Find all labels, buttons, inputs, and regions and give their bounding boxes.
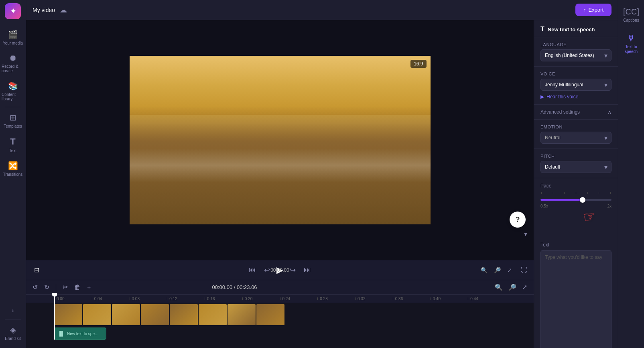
language-section: Language English (United States) [534,37,618,67]
emotion-section: Emotion Neutral [534,120,618,149]
pace-label: Pace [540,183,611,189]
fit-button[interactable]: ⤢ [506,265,514,275]
chevron-right-icon: › [12,307,14,314]
emotion-select[interactable]: Neutral [540,132,611,144]
track-thumbnail-7 [228,304,256,325]
pace-tick [576,192,576,194]
ruler-mark: 0:24 [280,297,318,301]
video-controls: ⊟ ⏮ ↩ ▶ ↪ ⏭ 00:00.00 🔍 🔎 ⤢ ⛶ [26,260,534,280]
sidebar-item-templates[interactable]: ⊞ Templates [0,109,26,132]
sidebar-item-record[interactable]: ⏺ Record & create [0,49,26,77]
text-icon: T [10,136,15,147]
pace-max-label: 2x [607,204,611,208]
cursor-illustration: ☞ [540,208,611,232]
ruler-mark: 0:28 [317,297,355,301]
text-to-speech-tab[interactable]: 🎙 Text to speech [618,30,644,58]
pitch-section: Pitch Default [534,149,618,178]
video-track [54,304,534,325]
export-icon: ↑ [583,7,586,13]
pace-min-label: 0.5x [540,204,548,208]
language-label: Language [540,42,611,47]
timeline-zoom-out[interactable]: 🔍 [493,282,504,293]
aspect-ratio-badge: 16:9 [410,60,426,68]
ruler-mark: 0:40 [431,297,468,301]
timeline-zoom: 🔍 🔎 ⤢ [493,282,529,293]
voice-label: Voice [540,71,611,76]
zoom-out-button[interactable]: 🔍 [479,265,489,275]
time-display: 00:00.00 [270,267,289,273]
fast-forward-button[interactable]: ↪ [288,264,297,276]
captions-icon: ⊟ [34,266,39,274]
help-button[interactable]: ? [510,212,526,228]
pace-tick [541,192,542,194]
timeline-ruler: 0:00 0:04 0:08 0:12 0:16 0:20 0:24 0:28 … [26,295,534,303]
zoom-in-button[interactable]: 🔎 [492,265,502,275]
language-select-wrapper: English (United States) [540,49,611,61]
audio-icon: ▐▌ [58,331,65,336]
playhead [54,295,55,340]
track-thumbnail-1 [54,304,82,325]
redo-button[interactable]: ↻ [43,282,51,293]
emotion-select-wrapper: Neutral [540,132,611,144]
sidebar-item-transitions[interactable]: 🔀 Transitions [0,157,26,181]
pace-section: Pace 0.5x 2x [534,178,618,237]
header: My video ☁ ↑ Export [26,0,618,20]
pace-tick [564,192,565,194]
undo-button[interactable]: ↺ [31,282,39,293]
ruler-mark: 0:44 [468,297,506,301]
tts-label: Text to speech [620,45,642,54]
track-thumbnail-8 [256,304,284,325]
sidebar-divider [5,107,21,107]
pitch-label: Pitch [540,154,611,159]
content-library-icon: 📚 [8,81,18,91]
text-section: Text Maximum duration is 10 min [534,237,618,348]
timeline-zoom-in[interactable]: 🔎 [507,282,518,293]
voice-section: Voice Jenny Multilingual ▶ Hear this voi… [534,67,618,105]
templates-icon: ⊞ [10,113,16,122]
cursor-hand-icon: ☞ [582,208,597,226]
pace-range-labels: 0.5x 2x [540,204,611,208]
voice-select[interactable]: Jenny Multilingual [540,79,611,91]
ruler-mark: 0:32 [355,297,393,301]
captions-tab[interactable]: [CC] Captions [622,3,641,26]
export-button[interactable]: ↑ Export [575,4,611,16]
delete-button[interactable]: 🗑 [73,282,82,293]
ruler-marks: 0:00 0:04 0:08 0:12 0:16 0:20 0:24 0:28 … [54,297,506,301]
cut-button[interactable]: ✂ [61,282,69,293]
sidebar-item-text[interactable]: T Text [0,132,26,157]
ruler-mark: 0:12 [167,297,205,301]
sidebar-item-label: Transitions [3,172,23,177]
text-input[interactable] [540,250,611,348]
skip-back-button[interactable]: ⏮ [247,264,258,276]
your-media-icon: 🎬 [8,30,18,39]
video-area: 16:9 ? ▼ [26,20,534,260]
audio-clip[interactable]: ▐▌ New text to speech [54,328,106,340]
brand-kit-icon: ◈ [10,325,16,335]
fullscreen-button[interactable]: ⛶ [521,267,527,274]
voice-select-wrapper: Jenny Multilingual [540,79,611,91]
tts-panel-icon: T [540,26,544,33]
track-thumbnail-4 [141,304,169,325]
advanced-settings-toggle[interactable]: Advanced settings ∧ [534,105,618,120]
audio-clip-label: New text to speech [67,332,99,336]
skip-forward-button[interactable]: ⏭ [302,264,313,276]
captions-icon: [CC] [623,7,639,16]
pitch-select[interactable]: Default [540,161,611,173]
hear-voice-button[interactable]: ▶ Hear this voice [540,94,611,100]
sidebar-item-content-library[interactable]: 📚 Content library [0,77,26,105]
sidebar-item-your-media[interactable]: 🎬 Your media [0,26,26,49]
ruler-mark: 0:04 [92,297,130,301]
video-frame: 16:9 [130,56,431,224]
language-select[interactable]: English (United States) [540,49,611,61]
timeline-body: 0:00 0:04 0:08 0:12 0:16 0:20 0:24 0:28 … [26,295,534,340]
captions-label: Captions [623,18,639,22]
timeline-toolbar: ↺ ↻ ✂ 🗑 + 00:00.00 / 00:23.06 🔍 🔎 ⤢ [26,280,534,295]
sidebar-item-brand-kit[interactable]: ◈ Brand kit [0,321,26,345]
sidebar-item-label: Text [9,149,16,153]
add-to-timeline-button[interactable]: + [85,282,92,293]
pace-slider[interactable] [540,199,611,201]
collapse-panel-btn[interactable]: ▼ [523,230,528,238]
sidebar-expand-btn[interactable]: › [8,304,17,317]
editor-area: 16:9 ? ▼ ⊟ ⏮ ↩ ▶ ↪ ⏭ 00:00.00 🔍 [26,20,534,348]
timeline-fit[interactable]: ⤢ [520,282,529,293]
